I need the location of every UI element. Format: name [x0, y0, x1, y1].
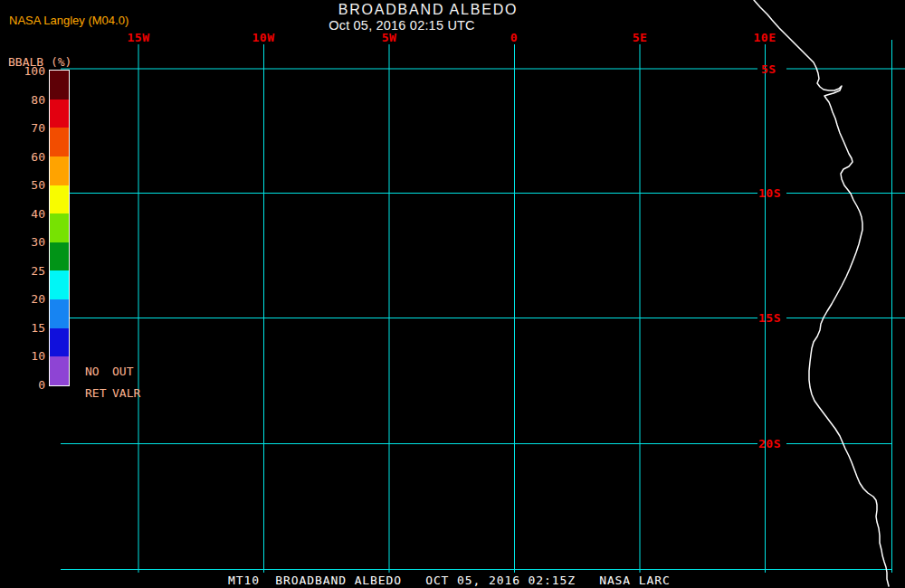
footer-caption: MT10 BROADBAND ALBEDO OCT 05, 2016 02:15… — [228, 574, 671, 587]
colorbar-tick-30: 30 — [7, 236, 45, 249]
colorbar-tick-0: 0 — [7, 379, 45, 392]
source-version-label: NASA Langley (M04.0) — [9, 14, 129, 27]
colorbar-segment — [50, 71, 69, 100]
flag-label-valr: VALR — [112, 386, 140, 400]
map-canvas — [0, 0, 905, 588]
colorbar-tick-70: 70 — [7, 122, 45, 135]
lat-label-5s: 5S — [761, 62, 776, 76]
colorbar-segment — [50, 328, 69, 357]
lat-label-10s: 10S — [758, 186, 781, 200]
lon-label-10e: 10E — [754, 31, 776, 44]
flag-label-out: OUT — [112, 365, 133, 378]
colorbar-segment — [50, 213, 69, 242]
colorbar-tick-50: 50 — [7, 179, 45, 192]
colorbar-tick-15: 15 — [7, 322, 45, 335]
lat-label-20s: 20S — [758, 437, 781, 450]
flag-label-ret: RET — [85, 386, 106, 400]
colorbar-segment — [50, 299, 69, 328]
lon-label-5w: 5W — [382, 31, 397, 44]
colorbar — [49, 70, 70, 386]
colorbar-segment — [50, 270, 69, 299]
colorbar-segment — [50, 128, 69, 156]
page-title: BROADBAND ALBEDO — [338, 2, 519, 18]
colorbar-tick-80: 80 — [7, 94, 45, 107]
lat-label-15s: 15S — [758, 311, 781, 325]
colorbar-segment — [50, 156, 69, 185]
colorbar-segment — [50, 100, 69, 128]
lon-label-15w: 15W — [128, 31, 150, 44]
flag-label-no: NO — [85, 365, 100, 378]
lon-label-0: 0 — [510, 31, 518, 44]
lon-label-5e: 5E — [633, 31, 648, 44]
colorbar-segment — [50, 185, 69, 214]
timestamp-subtitle: Oct 05, 2016 02:15 UTC — [329, 18, 475, 33]
latlon-grid — [61, 40, 905, 573]
colorbar-tick-40: 40 — [7, 208, 45, 221]
colorbar-tick-25: 25 — [7, 265, 45, 278]
colorbar-tick-10: 10 — [7, 350, 45, 363]
colorbar-tick-20: 20 — [7, 293, 45, 306]
lon-label-10w: 10W — [252, 31, 275, 44]
colorbar-tick-100: 100 — [7, 65, 45, 78]
satellite-product-frame: NASA Langley (M04.0) BROADBAND ALBEDO Oc… — [0, 0, 905, 588]
colorbar-tick-60: 60 — [7, 151, 45, 164]
colorbar-segment — [50, 242, 69, 271]
colorbar-segment — [50, 356, 69, 385]
coastline-path — [754, 0, 889, 586]
